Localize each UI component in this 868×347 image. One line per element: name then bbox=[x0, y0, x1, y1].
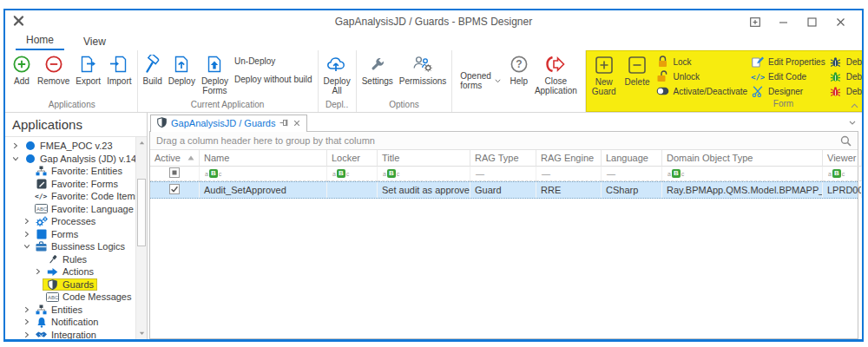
filter-cell-active[interactable] bbox=[150, 167, 200, 181]
filter-cell-rag_type[interactable]: — bbox=[470, 167, 536, 181]
edit-properties-button[interactable]: Edit Properties bbox=[751, 56, 825, 68]
collapse-chevron-icon[interactable] bbox=[10, 155, 21, 162]
expand-chevron-icon[interactable] bbox=[22, 218, 32, 225]
minimize-button[interactable] bbox=[769, 12, 798, 31]
tree-item-favorite-entities[interactable]: Favorite: Entities bbox=[7, 165, 147, 178]
expand-chevron-icon[interactable] bbox=[22, 231, 32, 238]
add-button[interactable]: Add bbox=[10, 52, 34, 88]
column-header-label: Viewer bbox=[827, 153, 856, 163]
scrollbar-thumb[interactable] bbox=[137, 179, 146, 246]
tree-item-gap-analysis-jd-v-143[interactable]: Gap Analysis (JD) v.143 bbox=[7, 153, 147, 166]
group-by-panel[interactable]: Drag a column header here to group by th… bbox=[150, 132, 858, 150]
column-header-locker[interactable]: Locker bbox=[327, 150, 378, 167]
column-header-title[interactable]: Title bbox=[378, 150, 470, 167]
document-tab-guards[interactable]: GapAnalysisJD / Guards bbox=[150, 115, 307, 132]
expand-chevron-icon[interactable] bbox=[22, 306, 32, 313]
unlock-button[interactable]: Unlock bbox=[655, 70, 747, 82]
export-button[interactable]: Export bbox=[73, 52, 103, 88]
edit-code-button[interactable]: </> Edit Code bbox=[751, 70, 825, 82]
svg-text:ABC: ABC bbox=[36, 206, 48, 212]
lock-button[interactable]: Lock bbox=[655, 56, 747, 68]
tree-item-bussiness-logics[interactable]: Bussiness Logics bbox=[7, 240, 147, 253]
collapse-ribbon-button[interactable] bbox=[851, 100, 858, 110]
scroll-down-icon[interactable] bbox=[136, 328, 147, 339]
filter-cell-rag_engine[interactable]: — bbox=[536, 167, 602, 181]
tab-view[interactable]: View bbox=[73, 35, 116, 50]
scroll-up-icon[interactable] bbox=[136, 137, 147, 148]
close-application-button[interactable]: Close Application bbox=[532, 52, 580, 97]
tree-item-favorite-code-items[interactable]: </>Favorite: Code Items bbox=[7, 190, 147, 203]
column-header-rag_type[interactable]: RAG Type bbox=[470, 150, 536, 167]
tree-item-rules[interactable]: Rules bbox=[7, 253, 147, 266]
applications-panel-title: Applications bbox=[5, 113, 147, 137]
filter-cell-language[interactable]: — bbox=[602, 167, 662, 181]
expand-chevron-icon[interactable] bbox=[10, 142, 21, 149]
ribbon-group-misc: Opened forms ? Help Close Application bbox=[452, 50, 586, 112]
close-button[interactable] bbox=[826, 12, 855, 31]
shield-icon bbox=[46, 279, 59, 290]
permissions-button[interactable]: Permissions bbox=[397, 52, 449, 88]
filter-cell-domain_object_type[interactable]: aBc bbox=[662, 167, 823, 181]
gavel-icon bbox=[46, 254, 59, 265]
tab-close-icon[interactable] bbox=[293, 118, 300, 128]
tree-item-fmea-poc-v-23[interactable]: FMEA_POC v.23 bbox=[7, 140, 147, 153]
column-header-rag_engine[interactable]: RAG Engine bbox=[536, 150, 602, 167]
filter-cell-name[interactable]: aBc bbox=[200, 167, 327, 181]
tree-item-forms[interactable]: Forms bbox=[7, 228, 147, 241]
settings-button[interactable]: Settings bbox=[359, 52, 396, 88]
maximize-button[interactable] bbox=[798, 12, 826, 31]
cell-locker bbox=[327, 182, 378, 198]
new-guard-button[interactable]: New Guard bbox=[589, 53, 619, 98]
build-button[interactable]: Build bbox=[141, 52, 165, 88]
tree-item-code-messages[interactable]: ABCCode Messages bbox=[7, 291, 147, 304]
debug-activated-button[interactable]: Debug Activated bbox=[829, 85, 862, 97]
column-header-domain_object_type[interactable]: Domain Object Type bbox=[662, 150, 823, 167]
tab-home[interactable]: Home bbox=[16, 33, 64, 50]
filter-cell-locker[interactable]: aBc bbox=[327, 167, 378, 181]
cell-active bbox=[150, 182, 200, 198]
column-header-name[interactable]: Name bbox=[200, 150, 327, 167]
opened-forms-button[interactable]: Opened forms bbox=[455, 69, 506, 93]
debug-all-button[interactable]: Debug All bbox=[829, 56, 862, 68]
expand-chevron-icon[interactable] bbox=[33, 268, 43, 275]
tree-item-actions[interactable]: Actions bbox=[7, 265, 147, 278]
import-button[interactable]: Import bbox=[104, 52, 134, 88]
tree-item-entities[interactable]: Entities bbox=[7, 304, 147, 317]
deploy-without-build-button[interactable]: Deploy without build bbox=[234, 75, 312, 84]
pin-icon[interactable] bbox=[279, 118, 289, 128]
grid-row-audit-setapproved[interactable]: Audit_SetApprovedSet audit as approvedGu… bbox=[150, 181, 858, 199]
column-header-language[interactable]: Language bbox=[602, 150, 662, 167]
expand-chevron-icon[interactable] bbox=[22, 318, 32, 325]
tree-item-processes[interactable]: Processes bbox=[7, 215, 147, 228]
deploy-forms-button[interactable]: Deploy Forms bbox=[199, 52, 231, 97]
designer-button[interactable]: Designer bbox=[751, 85, 825, 97]
remove-icon bbox=[44, 54, 63, 75]
debug-selected-button[interactable]: Debug Selected bbox=[829, 70, 862, 82]
tree-item-notification[interactable]: Notification bbox=[7, 316, 147, 329]
svg-text:</>: </> bbox=[751, 73, 765, 82]
remove-button[interactable]: Remove bbox=[35, 52, 72, 88]
un-deploy-button[interactable]: Un-Deploy bbox=[234, 56, 275, 66]
tree-item-label: Entities bbox=[51, 304, 82, 315]
column-header-active[interactable]: Active bbox=[150, 150, 200, 167]
collapse-chevron-icon[interactable] bbox=[22, 243, 32, 250]
delete-button[interactable]: Delete bbox=[622, 53, 653, 88]
filter-cell-viewer[interactable]: aBc bbox=[823, 167, 862, 181]
tree-item-favorite-forms[interactable]: Favorite: Forms bbox=[7, 178, 147, 191]
deploy-button[interactable]: Deploy bbox=[166, 52, 198, 88]
expand-chevron-icon[interactable] bbox=[22, 331, 32, 338]
tab-list-chevron-icon[interactable] bbox=[849, 116, 856, 127]
deploy-all-button[interactable]: Deploy All bbox=[321, 52, 353, 97]
tree-item-guards[interactable]: Guards bbox=[7, 278, 147, 291]
search-icon[interactable] bbox=[840, 135, 852, 147]
column-header-viewer[interactable]: Viewer bbox=[823, 150, 862, 167]
activate-deactivate-button[interactable]: Activate/Deactivate bbox=[655, 85, 747, 97]
tree-item-integration[interactable]: Integration bbox=[7, 329, 147, 340]
tree-item-favorite-language-resources[interactable]: ABCFavorite: Language Resources bbox=[7, 203, 147, 216]
help-button[interactable]: ? Help bbox=[507, 52, 531, 88]
sidebar-scrollbar[interactable] bbox=[135, 137, 147, 339]
filter-cell-title[interactable]: aBc bbox=[378, 167, 470, 181]
cell-name: Audit_SetApproved bbox=[200, 182, 327, 198]
no-filter-icon: — bbox=[542, 169, 550, 179]
window-options-icon[interactable] bbox=[740, 12, 769, 31]
